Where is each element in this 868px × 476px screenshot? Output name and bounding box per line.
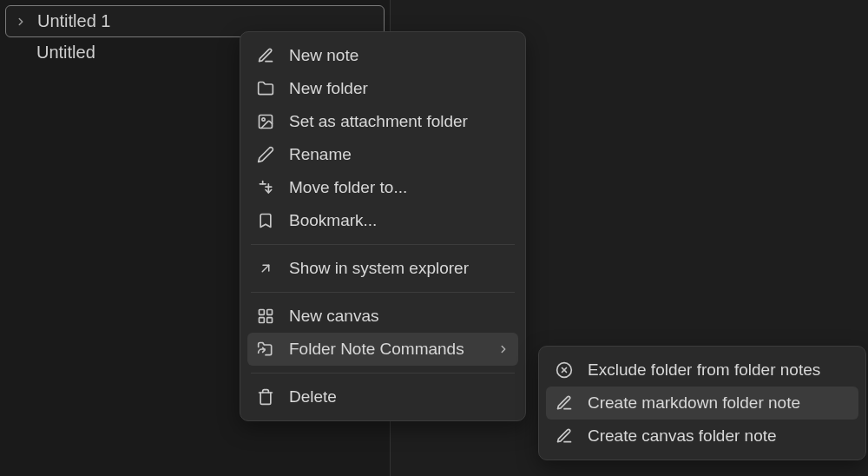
context-submenu: Exclude folder from folder notes Create … <box>538 346 866 460</box>
menu-item-label: Show in system explorer <box>289 259 510 278</box>
x-circle-icon <box>555 360 574 380</box>
menu-item-folder-note-commands[interactable]: Folder Note Commands <box>247 333 518 366</box>
trash-icon <box>256 387 275 407</box>
grid-icon <box>256 307 275 326</box>
menu-separator <box>251 244 515 245</box>
edit-icon <box>555 426 574 446</box>
menu-item-new-canvas[interactable]: New canvas <box>247 300 518 333</box>
edit-icon <box>555 393 574 413</box>
menu-item-delete[interactable]: Delete <box>247 380 518 413</box>
menu-item-label: Folder Note Commands <box>289 340 483 359</box>
svg-rect-4 <box>260 318 265 323</box>
menu-item-label: Create canvas folder note <box>588 426 850 446</box>
submenu-item-create-canvas-note[interactable]: Create canvas folder note <box>546 420 858 453</box>
menu-item-label: Bookmark... <box>289 211 510 230</box>
move-tree-icon <box>256 178 275 197</box>
pencil-icon <box>256 145 275 164</box>
menu-separator <box>251 373 515 374</box>
menu-item-move-folder[interactable]: Move folder to... <box>247 171 518 204</box>
file-item-label: Untitled 1 <box>37 11 111 31</box>
menu-item-set-attachment-folder[interactable]: Set as attachment folder <box>247 105 518 138</box>
menu-item-new-folder[interactable]: New folder <box>247 72 518 105</box>
folder-symlink-icon <box>256 340 275 359</box>
edit-icon <box>256 46 275 65</box>
menu-item-new-note[interactable]: New note <box>247 39 518 72</box>
menu-separator <box>251 292 515 293</box>
spacer <box>14 47 26 59</box>
chevron-right-icon <box>15 16 27 28</box>
file-item-label: Untitled <box>36 43 95 63</box>
menu-item-label: New canvas <box>289 307 510 326</box>
menu-item-show-in-explorer[interactable]: Show in system explorer <box>247 252 518 285</box>
svg-point-1 <box>262 118 265 121</box>
submenu-item-exclude-folder[interactable]: Exclude folder from folder notes <box>546 354 858 387</box>
menu-item-label: New folder <box>289 79 510 98</box>
context-menu: New note New folder Set as attachment fo… <box>240 31 526 421</box>
menu-item-label: Rename <box>289 145 510 164</box>
external-link-icon <box>256 259 275 278</box>
menu-item-label: Create markdown folder note <box>588 393 850 413</box>
bookmark-icon <box>256 211 275 230</box>
submenu-item-create-markdown-note[interactable]: Create markdown folder note <box>546 387 858 420</box>
svg-rect-3 <box>267 310 273 315</box>
menu-item-label: Move folder to... <box>289 178 510 197</box>
folder-icon <box>256 79 275 98</box>
svg-rect-5 <box>267 318 273 323</box>
chevron-right-icon <box>497 343 510 355</box>
image-icon <box>256 112 275 131</box>
svg-rect-2 <box>260 310 265 315</box>
menu-item-label: Set as attachment folder <box>289 112 510 131</box>
menu-item-bookmark[interactable]: Bookmark... <box>247 204 518 237</box>
menu-item-label: Delete <box>289 387 510 407</box>
menu-item-rename[interactable]: Rename <box>247 138 518 171</box>
menu-item-label: Exclude folder from folder notes <box>588 360 850 380</box>
menu-item-label: New note <box>289 46 510 65</box>
